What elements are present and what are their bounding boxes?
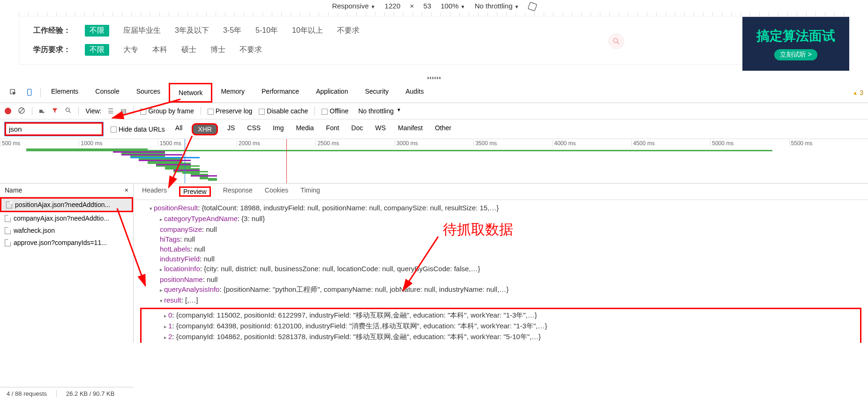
request-name: wafcheck.json	[14, 227, 55, 234]
filter-option[interactable]: 应届毕业生	[123, 26, 161, 36]
filter-option[interactable]: 3-5年	[223, 26, 241, 36]
disable-cache-checkbox[interactable]: Disable cache	[259, 107, 308, 115]
type-filter-font[interactable]: Font	[323, 123, 342, 135]
type-filter-all[interactable]: All	[172, 123, 186, 135]
timeline-tick: 500 ms	[0, 140, 79, 147]
devtools-tab-elements[interactable]: Elements	[43, 83, 87, 103]
request-row[interactable]: approve.json?companyIds=11...	[0, 237, 133, 249]
detail-tab-timing[interactable]: Timing	[300, 186, 320, 197]
file-icon	[6, 201, 12, 208]
timeline-tick: 3000 ms	[395, 140, 473, 147]
type-filter-media[interactable]: Media	[293, 123, 316, 135]
detail-tab-cookies[interactable]: Cookies	[265, 186, 289, 197]
devtools-tab-performance[interactable]: Performance	[253, 83, 307, 103]
device-toolbar: Responsive 1220 × 53 100% No throttling	[0, 0, 868, 12]
devtools-tab-audits[interactable]: Audits	[397, 83, 432, 103]
warning-badge[interactable]: 3	[853, 89, 863, 96]
request-row[interactable]: positionAjax.json?needAddtion...	[0, 197, 133, 212]
json-preview[interactable]: positionResult: {totalCount: 18988, indu…	[134, 200, 868, 343]
svg-line-6	[19, 108, 23, 112]
type-filter-img[interactable]: Img	[270, 123, 286, 135]
zoom-dropdown[interactable]: 100%	[441, 2, 465, 10]
filter-input[interactable]	[5, 122, 103, 136]
request-name: approve.json?companyIds=11...	[14, 239, 107, 246]
detail-tab-headers[interactable]: Headers	[142, 186, 167, 197]
file-icon	[5, 215, 11, 222]
filter-option[interactable]: 大专	[123, 45, 138, 55]
filter-option[interactable]: 3年及以下	[175, 26, 209, 36]
filter-option[interactable]: 10年以上	[292, 26, 323, 36]
search-tool-icon[interactable]	[65, 107, 72, 115]
type-filter-ws[interactable]: WS	[373, 123, 389, 135]
pane-resizer[interactable]	[0, 73, 868, 83]
network-status-bar: 4 / 88 requests 26.2 KB / 90.7 KB	[0, 387, 134, 400]
large-rows-icon[interactable]: ☰	[108, 107, 114, 115]
clear-icon[interactable]	[18, 107, 25, 116]
waterfall-toggle-icon[interactable]: ▤	[120, 107, 127, 115]
request-detail-pane: HeadersPreviewResponseCookiesTiming posi…	[134, 184, 868, 343]
camera-icon[interactable]: ■▸	[39, 107, 45, 115]
type-filter-doc[interactable]: Doc	[349, 123, 366, 135]
throttle-dropdown[interactable]: No throttling	[475, 2, 519, 10]
filter-label: 学历要求：	[33, 45, 71, 55]
promo-cta-button[interactable]: 立刻试听 >	[774, 49, 817, 60]
request-count: 4 / 88 requests	[7, 390, 47, 397]
devtools-tab-console[interactable]: Console	[87, 83, 127, 103]
filter-option[interactable]: 硕士	[181, 45, 196, 55]
filter-icon[interactable]	[52, 107, 58, 115]
request-split-view: Name × positionAjax.json?needAddtion...c…	[0, 184, 868, 343]
promo-banner[interactable]: 搞定算法面试 立刻试听 >	[742, 17, 849, 71]
request-row[interactable]: wafcheck.json	[0, 224, 133, 237]
viewport-height[interactable]: 53	[423, 2, 431, 10]
timeline-tick: 1000 ms	[79, 140, 157, 147]
filter-option[interactable]: 不限	[85, 25, 109, 37]
request-list: Name × positionAjax.json?needAddtion...c…	[0, 184, 134, 343]
close-detail-icon[interactable]: ×	[125, 186, 128, 194]
devtools-tab-application[interactable]: Application	[307, 83, 357, 103]
result-array-highlight: 0: {companyId: 115002, positionId: 61229…	[140, 308, 861, 343]
dimension-times: ×	[410, 2, 414, 10]
promo-title: 搞定算法面试	[756, 27, 835, 45]
devtools-tab-sources[interactable]: Sources	[128, 83, 169, 103]
record-button[interactable]	[5, 108, 11, 114]
search-icon[interactable]	[608, 33, 624, 49]
detail-tab-preview[interactable]: Preview	[179, 186, 211, 197]
devtools-tab-security[interactable]: Security	[357, 83, 397, 103]
timeline-tick: 4500 ms	[631, 140, 710, 147]
filter-option[interactable]: 不限	[85, 44, 109, 56]
filter-option[interactable]: 5-10年	[255, 26, 278, 36]
detail-tab-response[interactable]: Response	[223, 186, 253, 197]
type-filter-other[interactable]: Other	[432, 123, 454, 135]
rotate-icon[interactable]	[527, 2, 537, 12]
timeline-tick: 5000 ms	[710, 140, 789, 147]
devtools-tab-network[interactable]: Network	[169, 83, 212, 103]
request-row[interactable]: companyAjax.json?needAddtio...	[0, 212, 133, 224]
inspect-icon[interactable]	[5, 85, 22, 101]
viewport-width[interactable]: 1220	[385, 2, 400, 10]
hide-dataurls-checkbox[interactable]: Hide data URLs	[111, 126, 165, 133]
svg-point-0	[614, 38, 618, 43]
file-icon	[5, 239, 11, 246]
type-filter-manifest[interactable]: Manifest	[395, 123, 426, 135]
network-throttle-select[interactable]: No throttling	[355, 106, 402, 116]
type-filter-js[interactable]: JS	[224, 123, 238, 135]
responsive-dropdown[interactable]: Responsive	[332, 2, 375, 10]
filter-option[interactable]: 本科	[152, 45, 167, 55]
devtools-tab-memory[interactable]: Memory	[212, 83, 253, 103]
preserve-log-checkbox[interactable]: Preserve log	[208, 107, 253, 115]
filter-option[interactable]: 不要求	[239, 45, 262, 55]
filter-option[interactable]: 博士	[210, 45, 225, 55]
group-by-frame-checkbox[interactable]: Group by frame	[140, 107, 194, 115]
offline-checkbox[interactable]: Offline	[322, 107, 348, 115]
name-column-header[interactable]: Name	[5, 186, 22, 194]
timeline-tick: 4000 ms	[553, 140, 631, 147]
filter-label: 工作经验：	[33, 26, 71, 36]
device-toggle-icon[interactable]	[22, 85, 38, 101]
rendered-page: 工作经验：不限应届毕业生3年及以下3-5年5-10年10年以上不要求学历要求：不…	[19, 16, 849, 65]
file-icon	[5, 227, 11, 234]
network-waterfall[interactable]: 500 ms1000 ms1500 ms2000 ms2500 ms3000 m…	[0, 139, 868, 184]
type-filter-css[interactable]: CSS	[244, 123, 263, 135]
filter-option[interactable]: 不要求	[337, 26, 359, 36]
type-filter-xhr[interactable]: XHR	[192, 123, 218, 135]
timeline-tick: 3500 ms	[473, 140, 552, 147]
